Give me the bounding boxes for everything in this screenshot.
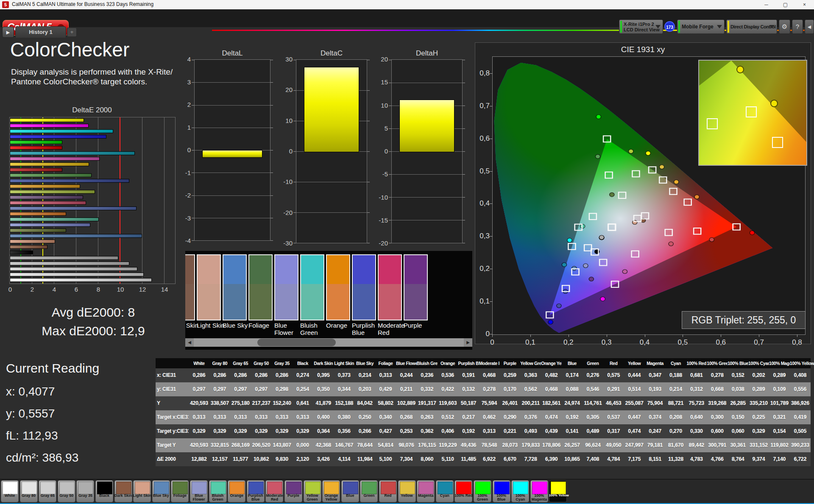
- swatch-scrollbar[interactable]: ◀ ▶: [185, 338, 472, 347]
- table-column-header: 100% Yellow: [790, 358, 811, 368]
- table-cell: 4,766: [707, 452, 728, 466]
- target-point-marker: [746, 106, 757, 117]
- table-cell: 0,038: [728, 382, 748, 396]
- patch-tile-Yellow Green[interactable]: Yellow Green: [304, 480, 321, 502]
- table-cell: 0,291: [603, 382, 624, 396]
- gridline: [392, 174, 462, 175]
- x-tick-mark: [607, 334, 607, 337]
- tick-mark: [192, 195, 194, 196]
- table-cell: 0,482: [541, 368, 562, 382]
- deltaE-bar: [10, 245, 47, 249]
- settings-gear-button[interactable]: ⚙: [779, 19, 790, 34]
- patch-tile-Gray 80[interactable]: Gray 80: [20, 480, 38, 502]
- patch-tile-100% Magenta[interactable]: 100% Magenta: [530, 480, 548, 502]
- patch-tile-100% Blue[interactable]: 100% Blue: [493, 480, 510, 502]
- patch-tile-100% Green[interactable]: 100% Green: [474, 480, 491, 502]
- patch-tile-Light Skin[interactable]: Light Skin: [133, 480, 151, 502]
- table-cell: 41,879: [313, 396, 334, 410]
- y-tick-label: 3: [175, 78, 191, 86]
- add-tab-button[interactable]: +: [67, 28, 77, 37]
- deltaE-bar: [10, 262, 129, 265]
- table-corner: [156, 358, 189, 368]
- patch-tile-Blue Sky[interactable]: Blue Sky: [152, 480, 170, 502]
- tick-mark: [192, 128, 194, 128]
- table-cell: 0,512: [438, 410, 458, 424]
- patch-tile-100% Cyan[interactable]: 100% Cyan: [511, 480, 529, 502]
- patch-tile-Blue Flower[interactable]: Blue Flower: [190, 480, 208, 502]
- patch-tile-Purple[interactable]: Purple: [284, 480, 302, 502]
- scrollbar-thumb[interactable]: [257, 339, 336, 346]
- table-column-header: Gray 35: [272, 358, 293, 368]
- table-cell: 178,806: [541, 438, 562, 452]
- tab-history-1[interactable]: History 1: [15, 26, 66, 38]
- table-row-label: Target Y: [156, 438, 189, 452]
- swatch-measured-color: [327, 284, 349, 320]
- measured-point-100% Red: [750, 231, 754, 235]
- table-column-header: Bluish Green: [417, 358, 438, 368]
- patch-tile-100% Yellow[interactable]: 100% Yellow: [549, 480, 567, 502]
- patch-tile-Orange Yellow[interactable]: Orange Yellow: [322, 480, 340, 502]
- table-cell: 0,313: [479, 424, 499, 438]
- table-cell: 182,561: [541, 396, 562, 410]
- patch-tile-Yellow[interactable]: Yellow: [398, 480, 416, 502]
- patch-tile-Dark Skin[interactable]: Dark Skin: [114, 480, 132, 502]
- patch-tile-Magenta[interactable]: Magenta: [417, 480, 435, 502]
- table-cell: 0,193: [645, 382, 666, 396]
- swatch-target-color: [379, 255, 401, 284]
- patch-tile-Moderate Red[interactable]: Moderate Red: [265, 480, 283, 502]
- table-cell: 0,447: [624, 410, 645, 424]
- meter-dropdown[interactable]: X-Rite i1Pro 2 LCD Direct View: [619, 19, 663, 34]
- source-dropdown[interactable]: Mobile Forge: [677, 19, 725, 34]
- table-column-header: 100% Cyan: [748, 358, 769, 368]
- patch-tile-Gray 65[interactable]: Gray 65: [39, 480, 56, 502]
- close-button[interactable]: ×: [795, 0, 814, 9]
- patch-color-chip: [173, 482, 188, 494]
- maximize-button[interactable]: ▢: [776, 0, 795, 9]
- patch-tile-Gray 50[interactable]: Gray 50: [58, 480, 75, 502]
- patch-tile-Gray 35[interactable]: Gray 35: [76, 480, 94, 502]
- patch-tile-Green[interactable]: Green: [360, 480, 378, 502]
- measured-point-Light Skin: [633, 220, 637, 225]
- tick-mark: [389, 83, 391, 83]
- patch-tile-label: Yellow: [398, 494, 416, 498]
- swatch-label: Light Skin: [197, 322, 226, 329]
- collapse-panel-button[interactable]: ◀: [805, 19, 814, 34]
- chevron-down-icon: [655, 25, 661, 28]
- patch-tile-Black[interactable]: Black: [95, 480, 113, 502]
- patch-tile-Red[interactable]: Red: [379, 480, 397, 502]
- scroll-right-icon[interactable]: ▶: [464, 338, 472, 347]
- tick-mark: [463, 106, 465, 106]
- table-column-header: Orange: [438, 358, 458, 368]
- table-cell: 5,110: [438, 452, 458, 466]
- swatch-target-color: [301, 255, 323, 284]
- table-cell: 0,313: [251, 410, 272, 424]
- table-cell: 0,152: [728, 368, 748, 382]
- patch-tile-Blue[interactable]: Blue: [341, 480, 359, 502]
- patch-tile-Cyan[interactable]: Cyan: [436, 480, 454, 502]
- chevron-down-icon: [769, 25, 775, 28]
- patch-color-chip: [513, 482, 528, 494]
- minimize-button[interactable]: ─: [757, 0, 776, 9]
- help-button[interactable]: ?: [792, 19, 803, 34]
- display-status-stripe: [728, 21, 729, 33]
- window-title: CalMAN 5 CalMAN Ultimate for Business 32…: [12, 1, 153, 7]
- table-cell: 0,562: [520, 382, 541, 396]
- scroll-left-icon[interactable]: ◀: [185, 338, 194, 347]
- swatch-label: Foliage: [248, 322, 277, 329]
- patch-tile-Orange[interactable]: Orange: [228, 480, 245, 502]
- patch-tile-Bluish Green[interactable]: Bluish Green: [209, 480, 227, 502]
- patch-color-chip: [22, 482, 37, 494]
- patch-tile-Purplish Blue[interactable]: Purplish Blue: [247, 480, 265, 502]
- patch-tile-100% Red[interactable]: 100% Red: [454, 480, 472, 502]
- tab-expander-button[interactable]: ▶: [2, 27, 14, 38]
- table-cell: 78,548: [479, 438, 499, 452]
- y-tick-label: -1: [175, 169, 191, 176]
- y-tick-mark: [490, 301, 492, 302]
- swatch-measured-color: [275, 284, 298, 320]
- tick-mark: [389, 174, 391, 175]
- patch-color-chip: [267, 482, 282, 494]
- patch-tile-label: Foliage: [170, 494, 189, 498]
- patch-tile-Foliage[interactable]: Foliage: [171, 480, 189, 502]
- display-control-dropdown[interactable]: Direct Display Control: [726, 19, 777, 34]
- patch-tile-White[interactable]: White: [1, 480, 19, 502]
